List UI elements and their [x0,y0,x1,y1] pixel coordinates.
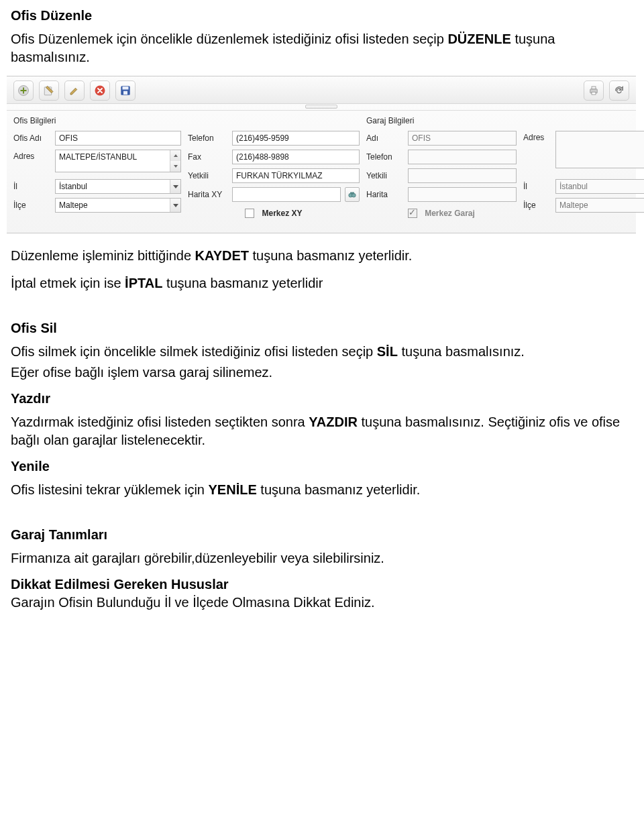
scroll-up-icon[interactable] [170,150,180,161]
col-garaj-right: Adres İl İlçe [523,116,644,225]
toolbar [7,76,636,104]
pencil-note-icon [43,85,55,97]
text: Ofis listesini tekrar yüklemek için [11,482,209,497]
para-iptal: İptal etmek için ise İPTAL tuşuna basman… [11,274,633,292]
input-ofis-adi[interactable] [55,131,181,146]
app-panel: Ofis Bilgileri Ofis Adı Adres MALTEPE/İS… [7,76,636,233]
para-sil: Ofis silmek için öncelikle silmek istedi… [11,343,633,361]
input-garaj-telefon[interactable] [408,150,517,164]
input-fax[interactable] [232,150,360,164]
label-fax: Fax [188,152,228,162]
label-garaj-adres: Adres [523,131,551,142]
label-merkez-garaj: Merkez Garaj [425,209,475,218]
text-bold: KAYDET [195,248,249,263]
text-bold: YENİLE [209,482,257,497]
heading-yenile: Yenile [11,459,633,474]
splitter-strip[interactable] [7,104,636,111]
input-garaj-adres[interactable] [555,131,644,168]
input-garaj-yetkili[interactable] [408,168,517,183]
label-il: İl [13,182,51,191]
input-garaj-ilce[interactable] [555,198,644,213]
text-bold: SİL [377,344,398,359]
input-garaj-il[interactable] [555,179,644,194]
label-garaj-adi: Adı [366,133,404,143]
save-button[interactable] [115,80,136,101]
col-ofis-right: Telefon Fax Yetkili Harita XY Merkez X [188,116,360,225]
spacer [523,116,644,125]
input-garaj-harita[interactable] [408,187,517,202]
text-bold: YAZDIR [309,415,358,429]
text: İptal etmek için ise [11,276,125,290]
label-garaj-ilce: İlçe [523,201,551,210]
pencil-icon [68,85,80,97]
select-ilce[interactable] [55,198,181,213]
toolbar-right [584,80,629,101]
text: Düzenleme işleminiz bittiğinde [11,248,195,263]
label-yetkili: Yetkili [188,171,228,180]
text-bold: DÜZENLE [447,32,511,46]
para-garaj-tanim: Firmanıza ait garajları görebilir,düzenl… [11,549,633,567]
print-button[interactable] [584,80,604,101]
plus-circle-icon [17,85,30,97]
select-il[interactable] [55,179,181,194]
checkbox-merkez-garaj [408,209,417,218]
svg-rect-11 [350,192,354,195]
chevron-down-icon[interactable] [170,199,180,212]
refresh-icon [613,85,625,97]
heading-garaj-tanimlari: Garaj Tanımları [11,527,633,543]
heading-ofis-sil: Ofis Sil [11,321,633,336]
text: tuşuna basmanız yeterlidir [162,276,323,290]
printer-icon [588,85,600,97]
map-pick-button[interactable] [345,187,360,202]
para-dikkat: Garajın Ofisin Bulunduğu İl ve İlçede Ol… [11,594,633,612]
para-sil-note: Eğer ofise bağlı işlem varsa garaj silin… [11,364,633,382]
para-kaydet: Düzenleme işleminiz bittiğinde KAYDET tu… [11,247,633,265]
input-garaj-adi[interactable] [408,131,517,146]
label-ofis-adi: Ofis Adı [13,133,51,143]
input-harita-xy[interactable] [232,187,341,202]
text: Ofis silmek için öncelikle silmek istedi… [11,344,377,359]
refresh-button[interactable] [609,80,629,101]
label-telefon: Telefon [188,133,228,143]
input-adres[interactable]: MALTEPE/İSTANBUL [55,150,181,172]
edit-button[interactable] [39,80,59,101]
text: Ofis Düzenlemek için öncelikle düzenleme… [11,32,447,46]
input-yetkili[interactable] [232,168,360,183]
svg-rect-4 [123,87,129,90]
chevron-down-icon[interactable] [170,180,180,193]
col-ofis-left: Ofis Bilgileri Ofis Adı Adres MALTEPE/İS… [13,116,181,225]
label-ilce: İlçe [13,201,51,210]
label-harita-xy: Harita XY [188,190,228,199]
para-yazdir: Yazdırmak istedğiniz ofisi listeden seçt… [11,413,633,449]
text: tuşuna basmanız yeterlidir. [257,482,420,497]
delete-button[interactable] [90,80,110,101]
binoculars-icon [347,190,357,199]
checkbox-merkez-xy[interactable] [245,209,254,218]
toolbar-left [13,80,136,101]
label-garaj-telefon: Telefon [366,152,404,162]
label-garaj-yetkili: Yetkili [366,171,404,180]
section-garaj-bilgileri: Garaj Bilgileri [366,116,517,125]
heading-dikkat: Dikkat Edilmesi Gereken Hususlar [11,577,633,592]
add-button[interactable] [13,80,34,101]
col-garaj-left: Garaj Bilgileri Adı Telefon Yetkili Hari… [366,116,517,225]
scroll-down-icon[interactable] [170,161,180,172]
text: Yazdırmak istedğiniz ofisi listeden seçt… [11,415,309,429]
edit2-button[interactable] [64,80,85,101]
para-duzenle-intro: Ofis Düzenlemek için öncelikle düzenleme… [11,30,633,66]
text-bold: İPTAL [125,276,162,290]
para-yenile: Ofis listesini tekrar yüklemek için YENİ… [11,481,633,499]
text: tuşuna basmalısınız. [398,344,525,359]
input-telefon[interactable] [232,131,360,146]
label-adres: Adres [13,150,51,161]
heading-ofis-duzenle: Ofis Düzenle [11,8,633,23]
section-ofis-bilgileri: Ofis Bilgileri [13,116,181,125]
label-garaj-harita: Harita [366,190,404,199]
grip-icon [305,105,337,109]
form-area: Ofis Bilgileri Ofis Adı Adres MALTEPE/İS… [7,111,636,233]
label-garaj-il: İl [523,182,551,191]
svg-rect-8 [592,92,596,95]
svg-rect-7 [592,87,596,89]
svg-rect-5 [123,91,127,95]
heading-yazdir: Yazdır [11,391,633,406]
